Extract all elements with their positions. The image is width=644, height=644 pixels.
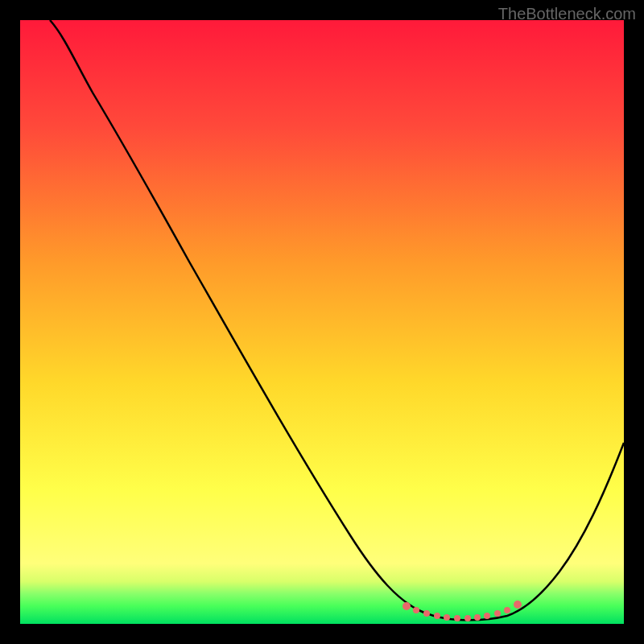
svg-point-7: [464, 615, 471, 621]
svg-point-4: [434, 613, 440, 619]
svg-point-3: [423, 610, 430, 617]
svg-point-5: [444, 614, 450, 621]
svg-point-12: [514, 601, 522, 609]
chart-container: [20, 20, 624, 624]
svg-point-1: [402, 602, 411, 610]
svg-point-8: [474, 614, 481, 621]
watermark-text: TheBottleneck.com: [498, 5, 636, 23]
svg-point-11: [504, 607, 510, 613]
chart-lines: [20, 20, 624, 624]
svg-point-6: [454, 615, 460, 621]
svg-point-9: [484, 613, 490, 619]
bottleneck-curve: [50, 20, 624, 620]
svg-point-10: [494, 610, 501, 617]
svg-point-2: [413, 607, 419, 613]
